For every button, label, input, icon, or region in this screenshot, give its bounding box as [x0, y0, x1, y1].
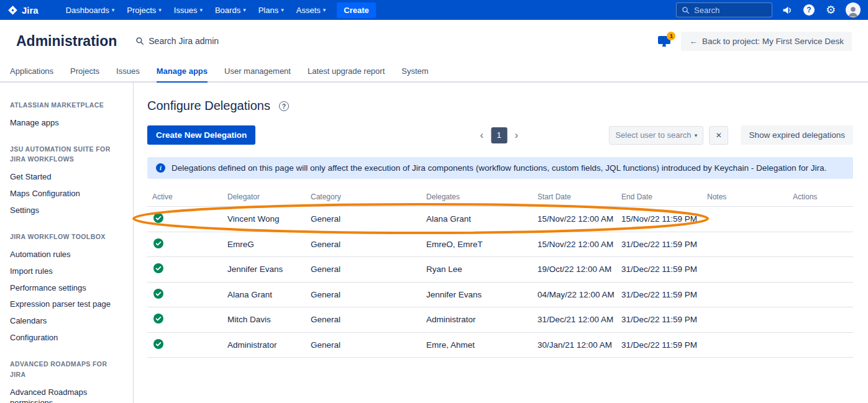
- active-check-icon: [153, 213, 163, 223]
- top-navbar: Jira Dashboards▾ Projects▾ Issues▾ Board…: [0, 0, 868, 20]
- tab-applications[interactable]: Applications: [10, 62, 53, 83]
- sidebar-item[interactable]: Configuration: [10, 330, 123, 346]
- admin-search-label: Search Jira admin: [148, 36, 219, 46]
- avatar[interactable]: [846, 2, 861, 17]
- nav-item-plans[interactable]: Plans▾: [252, 0, 290, 20]
- cell-category: General: [306, 214, 421, 224]
- user-select-placeholder: Select user to search: [615, 130, 691, 140]
- tab-issues[interactable]: Issues: [116, 62, 140, 83]
- cell-end-date: 15/Nov/22 11:59 PM: [616, 214, 702, 224]
- table-row: Mitch Davis General Administrator 31/Dec…: [147, 307, 853, 333]
- table-row: EmreG General EmreO, EmreT 15/Nov/22 12:…: [147, 232, 853, 258]
- cell-active: [147, 314, 222, 325]
- nav-label: Assets: [296, 6, 321, 15]
- sidebar-item[interactable]: Maps Configuration: [10, 186, 123, 202]
- page-title: Administration: [16, 33, 117, 50]
- info-banner-text: Delegations defined on this page will on…: [171, 163, 826, 173]
- nav-label: Issues: [174, 6, 198, 15]
- column-header-category: Category: [306, 189, 421, 206]
- sidebar-item[interactable]: Import rules: [10, 263, 123, 280]
- table-row: Jennifer Evans General Ryan Lee 19/Oct/2…: [147, 257, 853, 283]
- tab-latest-upgrade-report[interactable]: Latest upgrade report: [308, 62, 385, 83]
- column-header-notes: Notes: [702, 189, 788, 206]
- gear-icon[interactable]: ⚙: [824, 3, 838, 17]
- cell-end-date: 31/Dec/22 11:59 PM: [616, 340, 702, 350]
- column-header-start-date: Start Date: [532, 189, 616, 206]
- sidebar: ATLASSIAN MARKETPLACE Manage apps JSU AU…: [0, 83, 134, 403]
- help-icon[interactable]: ?: [802, 3, 816, 17]
- column-header-end-date: End Date: [616, 189, 702, 206]
- jira-logo[interactable]: Jira: [7, 5, 39, 16]
- clear-filter-button[interactable]: ✕: [709, 126, 728, 145]
- back-arrow-icon: ←: [689, 37, 698, 46]
- cell-delegator: EmreG: [222, 240, 306, 249]
- column-header-delegator: Delegator: [222, 189, 306, 206]
- nav-item-boards[interactable]: Boards▾: [209, 0, 252, 20]
- table-body: Vincent Wong General Alana Grant 15/Nov/…: [147, 207, 853, 358]
- cell-delegates: Emre, Ahmet: [421, 340, 532, 350]
- cell-delegates: Ryan Lee: [421, 265, 532, 274]
- cell-end-date: 31/Dec/22 11:59 PM: [616, 315, 702, 324]
- pagination: ‹ 1 ›: [480, 127, 518, 143]
- sidebar-item[interactable]: Get Started: [10, 169, 123, 186]
- brand-label: Jira: [22, 5, 39, 16]
- column-header-delegates: Delegates: [421, 189, 532, 206]
- active-check-icon: [153, 263, 163, 273]
- create-new-delegation-button[interactable]: Create New Delegation: [147, 125, 255, 145]
- cell-category: General: [306, 340, 421, 350]
- sidebar-item[interactable]: Manage apps: [10, 115, 123, 132]
- tab-system[interactable]: System: [401, 62, 428, 83]
- chevron-down-icon: ▾: [199, 7, 203, 13]
- whats-new-icon[interactable]: 1: [657, 35, 671, 47]
- create-issue-button[interactable]: Create: [337, 2, 375, 18]
- show-expired-delegations-button[interactable]: Show expired delegations: [741, 125, 853, 145]
- cell-delegates: Alana Grant: [421, 214, 532, 224]
- cell-start-date: 04/May/22 12:00 AM: [532, 290, 616, 299]
- filter-group: Select user to search ▾ ✕ Show expired d…: [609, 125, 853, 145]
- tab-manage-apps[interactable]: Manage apps: [157, 62, 208, 83]
- tab-user-management[interactable]: User management: [224, 62, 291, 83]
- cell-category: General: [306, 240, 421, 249]
- sidebar-item[interactable]: Automation rules: [10, 247, 123, 263]
- admin-search-input[interactable]: Search Jira admin: [135, 36, 219, 46]
- nav-item-projects[interactable]: Projects▾: [121, 0, 168, 20]
- sidebar-heading-advanced-roadmaps: ADVANCED ROADMAPS FOR JIRA: [10, 359, 123, 380]
- sidebar-item[interactable]: Advanced Roadmaps permissions: [10, 384, 123, 403]
- tab-projects[interactable]: Projects: [70, 62, 99, 83]
- back-to-project-button[interactable]: ← Back to project: My First Service Desk: [681, 32, 852, 51]
- nav-label: Boards: [215, 6, 240, 15]
- nav-label: Dashboards: [66, 6, 109, 15]
- jira-mark-icon: [7, 5, 18, 16]
- cell-delegates: EmreO, EmreT: [421, 240, 532, 249]
- chevron-down-icon: ▾: [158, 7, 162, 13]
- user-search-select[interactable]: Select user to search ▾: [609, 126, 703, 145]
- next-page-icon[interactable]: ›: [514, 130, 518, 140]
- active-check-icon: [153, 289, 163, 299]
- help-icon[interactable]: ?: [279, 101, 289, 111]
- column-header-actions: Actions: [788, 189, 853, 206]
- megaphone-icon[interactable]: [780, 3, 794, 17]
- current-page[interactable]: 1: [491, 127, 507, 143]
- admin-tabs: Applications Projects Issues Manage apps…: [0, 62, 868, 83]
- cell-start-date: 30/Jan/21 12:00 AM: [532, 340, 616, 350]
- nav-item-assets[interactable]: Assets▾: [290, 0, 332, 20]
- cell-active: [147, 263, 222, 275]
- sidebar-item[interactable]: Settings: [10, 202, 123, 219]
- sidebar-item[interactable]: Performance settings: [10, 280, 123, 297]
- column-header-active: Active: [147, 189, 222, 206]
- chevron-down-icon: ▾: [323, 7, 326, 13]
- cell-end-date: 31/Dec/22 11:59 PM: [616, 240, 702, 249]
- sidebar-item[interactable]: Expression parser test page: [10, 296, 123, 313]
- sidebar-item[interactable]: Calendars: [10, 313, 123, 330]
- sidebar-heading-atlassian-marketplace: ATLASSIAN MARKETPLACE: [10, 100, 123, 111]
- prev-page-icon[interactable]: ‹: [480, 130, 483, 140]
- chevron-down-icon: ▾: [112, 7, 115, 13]
- cell-category: General: [306, 265, 421, 274]
- cell-delegator: Jennifer Evans: [222, 265, 306, 274]
- nav-item-issues[interactable]: Issues▾: [168, 0, 209, 20]
- table-controls: Create New Delegation ‹ 1 › Select user …: [147, 125, 853, 145]
- global-search-input[interactable]: Search: [676, 2, 772, 17]
- back-button-label: Back to project: My First Service Desk: [702, 37, 844, 46]
- cell-active: [147, 213, 222, 225]
- nav-item-dashboards[interactable]: Dashboards▾: [60, 0, 121, 20]
